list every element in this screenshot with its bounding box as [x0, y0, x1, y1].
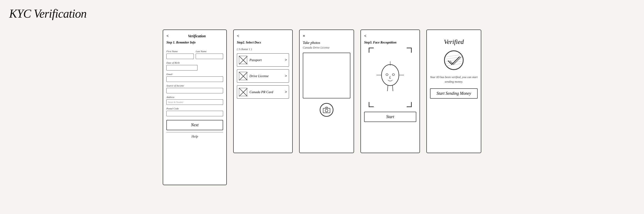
screen-2: < Step2. Select Docs ( 3 choose 1 ) Pass…	[233, 30, 293, 153]
page-title: KYC Verification	[9, 7, 635, 20]
corner-br	[407, 102, 412, 107]
postal-label: Postal Code	[166, 107, 223, 110]
take-photos-subtitle: Canada Drive License	[303, 46, 350, 50]
screen1-back-arrow[interactable]: <	[166, 34, 169, 38]
screen1-title: Verification	[170, 34, 223, 38]
screen2-subtitle2: ( 3 choose 1 )	[237, 48, 289, 51]
corner-bl	[369, 102, 374, 107]
camera-icon	[323, 107, 330, 113]
income-input[interactable]	[166, 88, 223, 94]
dob-input[interactable]	[166, 65, 198, 70]
help-text[interactable]: Help	[166, 134, 223, 138]
verified-check-icon	[444, 50, 464, 70]
first-name-label: First Name	[166, 50, 194, 53]
camera-btn-wrap	[303, 103, 350, 117]
face-frame	[364, 48, 416, 107]
divider-1	[166, 132, 223, 132]
verified-message: Your ID has been verified, you can start…	[430, 75, 478, 84]
corner-tr	[407, 48, 412, 53]
screen4-header: <	[364, 34, 416, 38]
dob-label: Date of Birth	[166, 61, 223, 64]
name-row: First Name Last Name	[166, 48, 223, 59]
screen2-header: <	[237, 34, 289, 38]
next-button[interactable]: Next	[166, 120, 223, 130]
corner-tl	[369, 48, 374, 53]
pr-card-arrow: >	[285, 90, 287, 94]
svg-line-15	[446, 64, 462, 66]
drive-license-label: Drive License	[250, 74, 283, 78]
close-button[interactable]: ×	[303, 34, 305, 38]
screen3-header: ×	[303, 34, 350, 38]
passport-label: Passport	[250, 58, 283, 62]
doc-pr-card[interactable]: Canada PR Card >	[237, 85, 289, 99]
screen2-subtitle: Step2. Select Docs	[237, 41, 289, 44]
svg-point-1	[325, 109, 328, 112]
email-label: Email	[166, 73, 223, 76]
screen-4: < Step3. Face Recognition	[360, 30, 420, 153]
email-input[interactable]	[166, 76, 223, 82]
photo-frame	[303, 53, 350, 98]
drive-license-arrow: >	[285, 74, 287, 78]
take-photos-title: Take photos	[303, 41, 350, 45]
start-button[interactable]: Start	[364, 112, 416, 122]
doc-drive-license[interactable]: Drive License >	[237, 69, 289, 82]
screen-5: Verified Your ID has been verified, you …	[426, 30, 481, 153]
svg-line-3	[388, 85, 388, 91]
last-name-input[interactable]	[196, 54, 223, 59]
street-placeholder: Street & Number	[168, 101, 184, 104]
verified-icon-wrap	[430, 50, 478, 70]
svg-line-4	[392, 85, 393, 91]
screen4-back-arrow[interactable]: <	[364, 34, 366, 38]
svg-point-5	[386, 74, 388, 76]
start-sending-button[interactable]: Start Sending Money	[430, 88, 478, 99]
pr-card-icon	[239, 88, 247, 96]
screen1-header: < Verification	[166, 34, 223, 38]
first-name-input[interactable]	[166, 54, 194, 59]
camera-button[interactable]	[320, 103, 334, 117]
face-illustration	[376, 61, 404, 94]
income-label: Source of Income	[166, 84, 223, 87]
passport-arrow: >	[285, 58, 287, 62]
screens-container: < Verification Step 1. Remmiter Info Fir…	[9, 30, 635, 185]
verified-title: Verified	[430, 38, 478, 46]
pr-card-label: Canada PR Card	[250, 90, 283, 94]
last-name-label: Last Name	[196, 50, 223, 53]
drive-license-icon	[239, 72, 247, 80]
screen2-back-arrow[interactable]: <	[237, 34, 239, 38]
street-input[interactable]: Street & Number	[166, 99, 223, 105]
doc-passport[interactable]: Passport >	[237, 53, 289, 66]
screen4-subtitle: Step3. Face Recognition	[364, 41, 416, 44]
screen-1: < Verification Step 1. Remmiter Info Fir…	[163, 30, 227, 185]
address-label: Address	[166, 96, 223, 98]
passport-icon	[239, 56, 247, 64]
screen-3: × Take photos Canada Drive License	[299, 30, 354, 153]
screen1-subtitle: Step 1. Remmiter Info	[166, 41, 223, 44]
svg-point-6	[392, 74, 394, 76]
svg-point-2	[382, 64, 399, 86]
postal-input[interactable]	[166, 111, 223, 116]
